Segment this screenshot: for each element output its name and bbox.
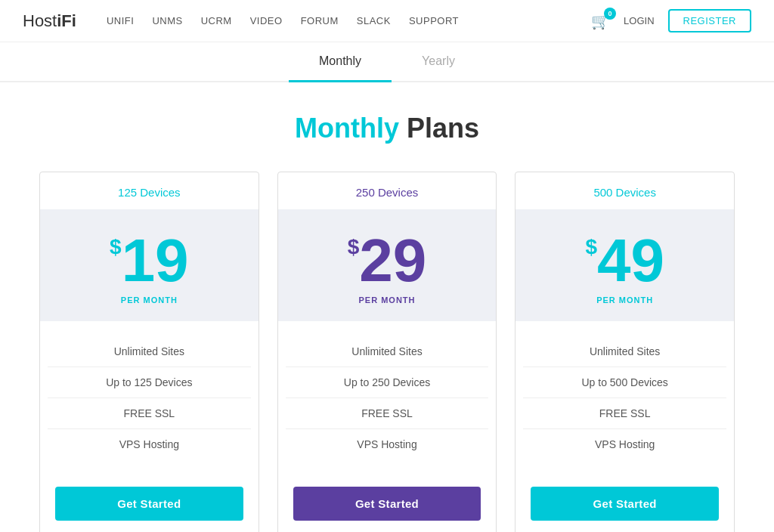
nav-video[interactable]: VIDEO	[250, 15, 283, 26]
header-right: 🛒 0 LOGIN REGISTER	[591, 9, 751, 32]
cart-button[interactable]: 🛒 0	[591, 12, 610, 30]
plan-card-250: 250 Devices $ 29 PER MONTH Unlimited Sit…	[277, 172, 497, 532]
tab-monthly[interactable]: Monthly	[289, 42, 392, 82]
feature-ssl-500: FREE SSL	[523, 398, 726, 429]
plan-price-box-125: $ 19 PER MONTH	[40, 209, 259, 321]
plan-currency-250: $	[348, 237, 360, 258]
plan-price-125: $ 19	[48, 230, 251, 291]
register-button[interactable]: REGISTER	[668, 9, 751, 32]
plan-price-250: $ 29	[286, 230, 489, 291]
feature-ssl-125: FREE SSL	[48, 398, 251, 429]
plan-header-125: 125 Devices	[40, 172, 259, 209]
plan-features-125: Unlimited Sites Up to 125 Devices FREE S…	[40, 321, 259, 475]
main-content: Monthly Plans 125 Devices $ 19 PER MONTH…	[24, 113, 750, 532]
logo: HostiFi	[23, 11, 76, 31]
plan-amount-500: 49	[597, 230, 664, 291]
plan-price-box-250: $ 29 PER MONTH	[278, 209, 497, 321]
feature-vps-250: VPS Hosting	[286, 429, 489, 459]
plan-header-500: 500 Devices	[515, 172, 734, 209]
feature-devices-125: Up to 125 Devices	[48, 367, 251, 398]
nav-unifi[interactable]: UNIFI	[107, 15, 134, 26]
plan-cta-250: Get Started	[278, 475, 497, 532]
feature-unlimited-sites-500: Unlimited Sites	[523, 336, 726, 367]
section-title: Monthly Plans	[39, 113, 735, 144]
plan-devices-label-250: 250 Devices	[356, 186, 419, 199]
plan-amount-125: 19	[122, 230, 189, 291]
plan-per-month-125: PER MONTH	[48, 295, 251, 305]
nav-support[interactable]: SUPPORT	[409, 15, 459, 26]
plan-devices-label-125: 125 Devices	[118, 186, 181, 199]
plan-devices-label-500: 500 Devices	[593, 186, 656, 199]
tab-yearly[interactable]: Yearly	[392, 42, 485, 82]
section-title-rest: Plans	[399, 113, 479, 144]
plan-cta-500: Get Started	[515, 475, 734, 532]
section-title-highlight: Monthly	[295, 113, 399, 144]
feature-unlimited-sites-250: Unlimited Sites	[286, 336, 489, 367]
main-nav: UNIFI UNMS UCRM VIDEO FORUM SLACK SUPPOR…	[107, 15, 591, 26]
plan-currency-500: $	[585, 237, 597, 258]
feature-unlimited-sites-125: Unlimited Sites	[48, 336, 251, 367]
login-button[interactable]: LOGIN	[624, 15, 654, 26]
nav-forum[interactable]: FORUM	[301, 15, 339, 26]
plan-card-125: 125 Devices $ 19 PER MONTH Unlimited Sit…	[39, 172, 259, 532]
feature-devices-500: Up to 500 Devices	[523, 367, 726, 398]
cart-badge: 0	[604, 8, 616, 20]
plan-features-250: Unlimited Sites Up to 250 Devices FREE S…	[278, 321, 497, 475]
plan-per-month-500: PER MONTH	[523, 295, 726, 305]
feature-ssl-250: FREE SSL	[286, 398, 489, 429]
plan-price-box-500: $ 49 PER MONTH	[515, 209, 734, 321]
plan-per-month-250: PER MONTH	[286, 295, 489, 305]
plan-currency-125: $	[110, 237, 122, 258]
plan-header-250: 250 Devices	[278, 172, 497, 209]
nav-slack[interactable]: SLACK	[357, 15, 391, 26]
plans-grid: 125 Devices $ 19 PER MONTH Unlimited Sit…	[39, 172, 735, 532]
get-started-button-250[interactable]: Get Started	[293, 487, 481, 521]
get-started-button-500[interactable]: Get Started	[531, 487, 719, 521]
plan-amount-250: 29	[359, 230, 426, 291]
nav-ucrm[interactable]: UCRM	[201, 15, 232, 26]
tabs-container: Monthly Yearly	[0, 42, 774, 82]
plan-card-500: 500 Devices $ 49 PER MONTH Unlimited Sit…	[515, 172, 735, 532]
get-started-button-125[interactable]: Get Started	[55, 487, 243, 521]
plan-price-500: $ 49	[523, 230, 726, 291]
feature-vps-500: VPS Hosting	[523, 429, 726, 459]
feature-vps-125: VPS Hosting	[48, 429, 251, 459]
header: HostiFi UNIFI UNMS UCRM VIDEO FORUM SLAC…	[0, 0, 774, 42]
plan-features-500: Unlimited Sites Up to 500 Devices FREE S…	[515, 321, 734, 475]
nav-unms[interactable]: UNMS	[152, 15, 182, 26]
feature-devices-250: Up to 250 Devices	[286, 367, 489, 398]
plan-cta-125: Get Started	[40, 475, 259, 532]
